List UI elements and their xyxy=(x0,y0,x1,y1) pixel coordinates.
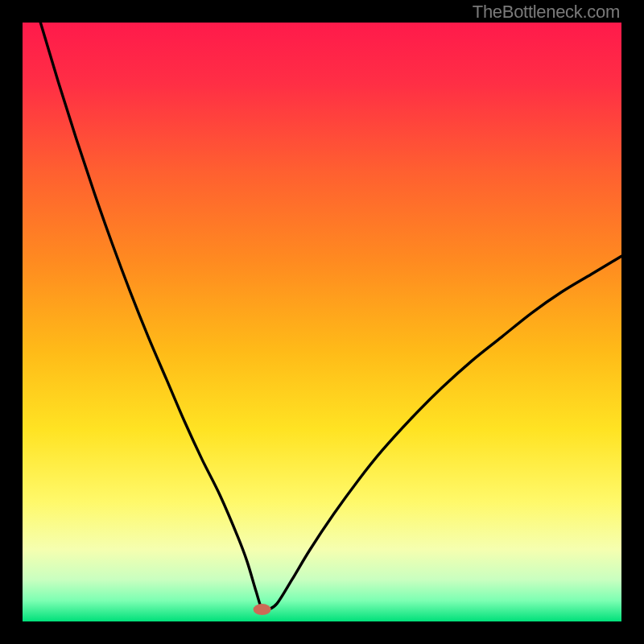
plot-area xyxy=(23,23,621,621)
chart-svg xyxy=(23,23,621,621)
watermark-text: TheBottleneck.com xyxy=(473,2,620,23)
operating-point-marker xyxy=(254,604,271,615)
chart-frame: TheBottleneck.com xyxy=(0,0,644,644)
